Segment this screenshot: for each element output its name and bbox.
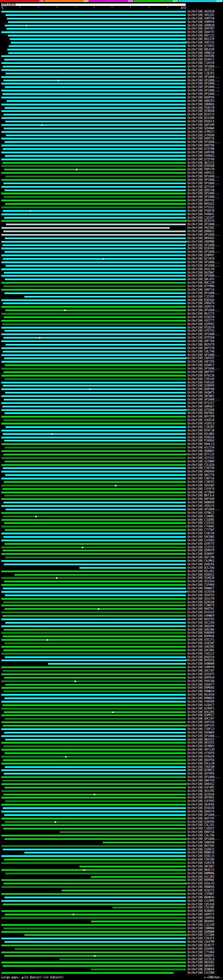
hit-bar[interactable] <box>2 220 186 222</box>
hit-label[interactable]: UniRef100_A7E7X3 <box>188 329 214 332</box>
hit-bar[interactable] <box>2 951 186 953</box>
hit-bar[interactable] <box>5 293 186 294</box>
hit-bar[interactable] <box>3 231 186 232</box>
hit-label[interactable]: UniRef100_B4P8S4 <box>188 676 214 679</box>
hit-bar[interactable] <box>2 145 186 146</box>
hit-label[interactable]: UniRef100_Q66F97 <box>188 31 214 34</box>
hit-label[interactable]: UniRef100_A7XUF0 <box>188 752 214 755</box>
hit-bar[interactable] <box>2 207 186 208</box>
hit-label[interactable]: UniRef100_Q59Y75 <box>188 542 214 546</box>
hit-bar[interactable] <box>2 505 186 507</box>
hit-bar[interactable] <box>6 509 186 510</box>
hit-label[interactable]: UniRef100_Q4CQW1 <box>188 649 214 652</box>
hit-label[interactable]: UniRef100_UP1000... <box>188 196 220 199</box>
hit-label[interactable]: UniRef100_Q9DBE6 <box>188 103 214 106</box>
hit-label[interactable]: UniRef100_Q75E89 <box>188 409 214 412</box>
hit-label[interactable]: UniRef100_B4M666 <box>188 687 214 689</box>
hit-bar[interactable] <box>2 818 186 819</box>
hit-bar[interactable] <box>3 635 186 637</box>
hit-bar[interactable] <box>2 804 186 805</box>
hit-label[interactable]: UniRef100_C1NT05 <box>188 481 214 484</box>
hit-bar[interactable] <box>11 42 186 43</box>
hit-bar[interactable] <box>4 677 186 679</box>
hit-label[interactable]: UniRef100_A2QJT2 <box>188 889 214 892</box>
hit-label[interactable]: UniRef100_B6H9W2 <box>188 879 214 881</box>
hit-bar[interactable] <box>4 357 186 359</box>
hit-bar[interactable] <box>5 543 186 545</box>
hit-bar[interactable] <box>2 55 186 57</box>
hit-bar[interactable] <box>4 127 186 129</box>
hit-label[interactable]: UniRef100_Q4Y9R4 <box>188 772 214 775</box>
hit-bar[interactable] <box>4 711 186 713</box>
hit-label[interactable]: UniRef100_A7S2G1 <box>188 206 214 209</box>
hit-label[interactable]: UniRef100_B2Y059 <box>188 258 214 260</box>
hit-bar[interactable] <box>5 897 186 898</box>
hit-bar[interactable] <box>2 673 186 675</box>
hit-label[interactable]: UniRef100_A9RMY0 <box>188 21 214 24</box>
hit-label[interactable]: UniRef100_Q4CUW5 <box>188 536 214 538</box>
hit-label[interactable]: UniRef100_B2L4E2 <box>188 570 214 573</box>
hit-bar[interactable] <box>3 828 186 829</box>
hit-label[interactable]: UniRef100_C5D1A4 <box>188 378 214 381</box>
hit-label[interactable]: UniRef100_UP1000... <box>188 175 220 178</box>
hit-bar[interactable] <box>5 237 186 239</box>
hit-bar[interactable] <box>4 169 186 170</box>
hit-bar[interactable] <box>5 643 186 644</box>
hit-bar[interactable] <box>59 958 186 960</box>
hit-label[interactable]: UniRef100_A9PJ32 <box>188 41 214 44</box>
hit-bar[interactable] <box>5 141 186 143</box>
hit-bar[interactable] <box>2 151 186 153</box>
hit-label[interactable]: UniRef100_B1GXX3 <box>188 611 214 614</box>
hit-bar[interactable] <box>2 234 186 236</box>
hit-label[interactable]: UniRef100_P58578 <box>188 107 214 110</box>
hit-bar[interactable] <box>8 52 186 54</box>
hit-bar[interactable] <box>2 811 186 813</box>
hit-label[interactable]: UniRef100_Q29BC1 <box>188 769 214 772</box>
hit-bar[interactable] <box>4 481 186 483</box>
hit-label[interactable]: UniRef100_Q9AYH3 <box>188 199 214 202</box>
hit-bar[interactable] <box>2 945 186 946</box>
hit-label[interactable]: UniRef100_A85T45 <box>188 817 214 820</box>
hit-bar[interactable] <box>2 11 186 13</box>
hit-label[interactable]: UniRef100_B6Q9V1 <box>188 955 214 958</box>
hit-bar[interactable] <box>14 948 186 950</box>
hit-bar[interactable] <box>4 522 186 524</box>
hit-bar[interactable] <box>91 876 186 878</box>
hit-bar[interactable] <box>2 605 186 606</box>
hit-label[interactable]: UniRef100_B8AIE3 <box>188 738 214 741</box>
hit-bar[interactable] <box>2 704 186 706</box>
hit-label[interactable]: UniRef100_A59AZ9 <box>188 756 214 758</box>
hit-label[interactable]: UniRef100_C1GJX9 <box>188 924 214 926</box>
hit-label[interactable]: UniRef100_C4JD83 <box>188 539 214 542</box>
hit-label[interactable]: UniRef100_A9PG15 <box>188 172 214 175</box>
hit-bar[interactable] <box>2 886 186 888</box>
hit-bar[interactable] <box>2 275 186 277</box>
hit-bar[interactable] <box>2 931 186 933</box>
hit-label[interactable]: UniRef100_C0LTA0 <box>188 350 214 353</box>
hit-label[interactable]: UniRef100_Q6CW61 <box>188 395 214 398</box>
hit-bar[interactable] <box>4 317 186 318</box>
hit-label[interactable]: UniRef100_Q28Z59 <box>188 316 214 319</box>
hit-label[interactable]: UniRef100_Q1HQJ0 <box>188 577 214 579</box>
hit-bar[interactable] <box>5 800 186 802</box>
hit-bar[interactable] <box>4 581 186 582</box>
hit-label[interactable]: UniRef100_Q1E075 <box>188 673 214 676</box>
hit-bar[interactable] <box>2 924 186 926</box>
hit-label[interactable]: UniRef100_Q0RUE7 <box>188 405 214 408</box>
hit-label[interactable]: UniRef100_P49691 <box>188 213 214 216</box>
hit-label[interactable]: UniRef100_Q53G74 <box>188 220 214 223</box>
hit-bar[interactable] <box>2 900 186 902</box>
hit-bar[interactable] <box>6 100 186 102</box>
hit-bar[interactable] <box>2 962 186 963</box>
hit-bar[interactable] <box>2 172 186 174</box>
hit-label[interactable]: UniRef100_C1BJD5 <box>188 426 214 429</box>
hit-bar[interactable] <box>8 21 186 23</box>
hit-bar[interactable] <box>2 776 186 778</box>
hit-bar[interactable] <box>2 687 186 689</box>
hit-bar[interactable] <box>5 787 186 788</box>
hit-bar[interactable] <box>2 375 186 377</box>
hit-bar[interactable] <box>2 471 186 473</box>
hit-bar[interactable] <box>2 485 186 486</box>
hit-label[interactable]: UniRef100_UP1000... <box>188 79 220 82</box>
hit-bar[interactable] <box>2 824 186 826</box>
